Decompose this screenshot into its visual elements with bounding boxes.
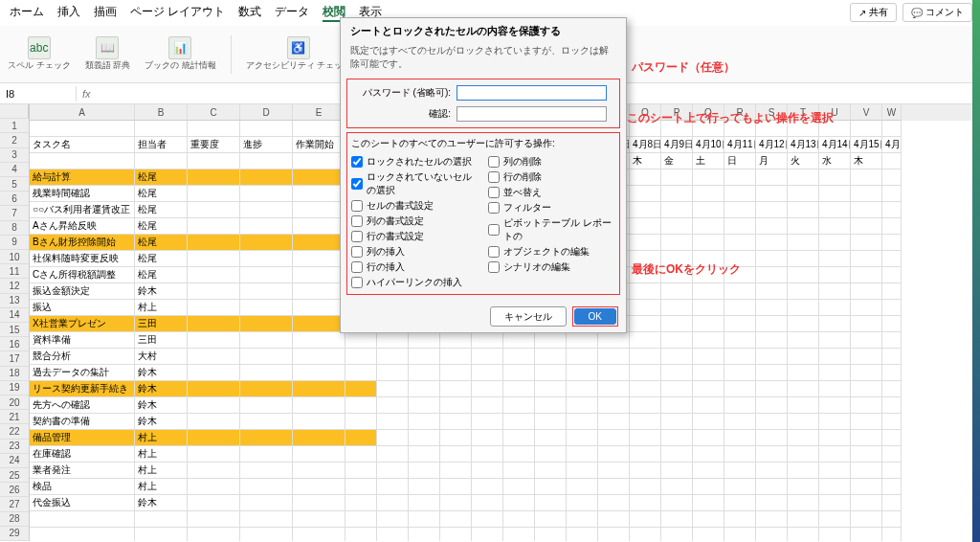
cell[interactable]: [661, 202, 693, 218]
cell[interactable]: [851, 121, 882, 137]
cell[interactable]: [240, 414, 293, 430]
cell[interactable]: [756, 332, 788, 349]
cell[interactable]: [440, 332, 472, 349]
cell[interactable]: [693, 381, 724, 397]
cell[interactable]: [345, 332, 377, 349]
row-header-6[interactable]: 6: [0, 192, 29, 206]
cell[interactable]: [409, 463, 440, 479]
cell[interactable]: [756, 169, 788, 186]
cell[interactable]: [188, 186, 240, 202]
cell[interactable]: [661, 186, 693, 202]
cell[interactable]: 松尾: [135, 251, 188, 267]
cell[interactable]: [440, 495, 472, 511]
cell[interactable]: [30, 121, 135, 137]
perm-checkbox[interactable]: [351, 215, 363, 227]
cell[interactable]: [661, 511, 693, 528]
cell[interactable]: [756, 218, 788, 235]
cell[interactable]: [756, 495, 788, 511]
menu-ページ レイアウト[interactable]: ページ レイアウト: [130, 4, 225, 22]
cell[interactable]: 業者発注: [30, 463, 135, 479]
cell[interactable]: [598, 495, 630, 511]
cell[interactable]: [598, 430, 630, 446]
cell[interactable]: [851, 479, 882, 495]
cell[interactable]: [630, 218, 661, 235]
cell[interactable]: [377, 349, 409, 365]
cell[interactable]: [293, 332, 345, 349]
cell[interactable]: 検品: [30, 479, 135, 495]
cell[interactable]: [724, 381, 756, 397]
cell[interactable]: [756, 381, 788, 397]
cell[interactable]: [882, 186, 902, 202]
cell[interactable]: [882, 349, 902, 365]
cell[interactable]: タスク名: [30, 137, 135, 153]
cell[interactable]: [661, 414, 693, 430]
cell[interactable]: [661, 235, 693, 251]
cell[interactable]: [377, 332, 409, 349]
cell[interactable]: [724, 430, 756, 446]
cell[interactable]: [472, 381, 503, 397]
cell[interactable]: [345, 349, 377, 365]
comment-button[interactable]: 💬 コメント: [902, 3, 972, 22]
cell[interactable]: [135, 528, 188, 541]
cell[interactable]: [661, 528, 693, 541]
cell[interactable]: [472, 332, 503, 349]
cell[interactable]: [293, 349, 345, 365]
cell[interactable]: [345, 430, 377, 446]
cell[interactable]: [630, 365, 661, 381]
cell[interactable]: ○○バス利用者運賃改正: [30, 202, 135, 218]
cell[interactable]: [188, 495, 240, 511]
cell[interactable]: [293, 316, 345, 332]
row-header-17[interactable]: 17: [0, 351, 29, 366]
perm-checkbox[interactable]: [488, 156, 500, 168]
cell[interactable]: [851, 397, 882, 414]
row-header-24[interactable]: 24: [0, 454, 29, 468]
cell[interactable]: [788, 283, 819, 300]
cell[interactable]: 4月9日: [661, 137, 693, 153]
cell[interactable]: [630, 169, 661, 186]
cell[interactable]: [293, 430, 345, 446]
row-header-4[interactable]: 4: [0, 163, 29, 177]
cell[interactable]: [188, 349, 240, 365]
row-header-2[interactable]: 2: [0, 133, 29, 147]
col-header-V[interactable]: V: [851, 104, 882, 121]
cell[interactable]: 4月15日: [851, 137, 882, 153]
cell[interactable]: 村上: [135, 300, 188, 316]
cell[interactable]: [440, 365, 472, 381]
cell[interactable]: 資料準備: [30, 332, 135, 349]
cell[interactable]: [409, 414, 440, 430]
menu-データ[interactable]: データ: [275, 4, 309, 22]
perm-checkbox[interactable]: [351, 178, 363, 190]
cell[interactable]: 木: [630, 153, 661, 169]
menu-描画[interactable]: 描画: [94, 4, 117, 22]
cell[interactable]: [345, 463, 377, 479]
cell[interactable]: [240, 479, 293, 495]
cell[interactable]: [503, 446, 535, 463]
cell[interactable]: [756, 267, 788, 283]
cell[interactable]: [188, 121, 240, 137]
cell[interactable]: [240, 528, 293, 541]
cell[interactable]: 振込: [30, 300, 135, 316]
cell[interactable]: [882, 511, 902, 528]
cell[interactable]: [724, 186, 756, 202]
cell[interactable]: [693, 511, 724, 528]
cell[interactable]: [851, 414, 882, 430]
cell[interactable]: [724, 528, 756, 541]
cell[interactable]: [756, 316, 788, 332]
row-header-26[interactable]: 26: [0, 483, 29, 497]
cell[interactable]: 松尾: [135, 218, 188, 235]
cell[interactable]: [661, 365, 693, 381]
perm-checkbox[interactable]: [351, 261, 363, 273]
cell[interactable]: [724, 349, 756, 365]
cell[interactable]: [240, 397, 293, 414]
cell[interactable]: [240, 121, 293, 137]
cell[interactable]: [188, 153, 240, 169]
cell[interactable]: [567, 430, 598, 446]
cell[interactable]: [240, 349, 293, 365]
cell[interactable]: 鈴木: [135, 495, 188, 511]
cell[interactable]: [293, 479, 345, 495]
cell[interactable]: [240, 316, 293, 332]
row-header-19[interactable]: 19: [0, 381, 29, 395]
cell[interactable]: [598, 381, 630, 397]
cell[interactable]: 松尾: [135, 186, 188, 202]
cell[interactable]: [240, 169, 293, 186]
